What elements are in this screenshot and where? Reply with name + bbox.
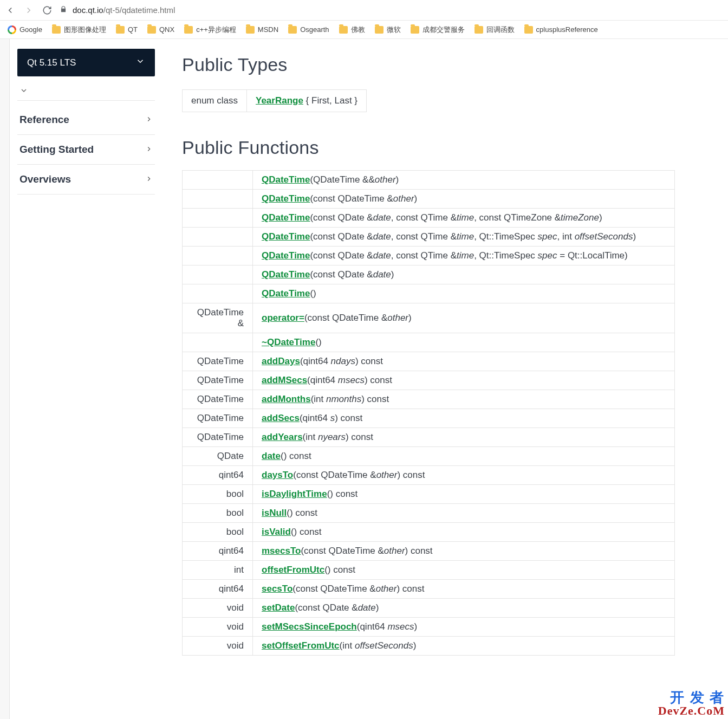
parameter-name: nyears xyxy=(318,432,346,442)
yearrange-link[interactable]: YearRange xyxy=(256,95,303,106)
parameter-name: time xyxy=(457,231,474,242)
bookmark-item[interactable]: 微软 xyxy=(375,25,401,35)
function-link[interactable]: addSecs xyxy=(262,413,300,423)
bookmark-item[interactable]: cplusplusReference xyxy=(524,25,598,34)
folder-icon xyxy=(184,26,193,34)
bookmark-item[interactable]: 佛教 xyxy=(339,25,365,35)
table-row: qint64msecsTo(const QDateTime &other) co… xyxy=(183,542,675,561)
table-row: QDateTimeaddYears(int nyears) const xyxy=(183,428,675,447)
function-signature: date() const xyxy=(253,447,675,466)
function-signature: QDateTime(const QDate &date, const QTime… xyxy=(253,247,675,265)
table-row: QDateTime(const QDateTime &other) xyxy=(183,190,675,209)
folder-icon xyxy=(288,26,297,34)
function-link[interactable]: secsTo xyxy=(262,584,292,594)
function-link[interactable]: setDate xyxy=(262,603,295,613)
bookmark-item[interactable]: 回调函数 xyxy=(474,25,515,35)
bookmark-item[interactable]: Google xyxy=(8,25,42,34)
return-type: qint64 xyxy=(183,542,253,561)
bookmark-item[interactable]: MSDN xyxy=(246,25,278,34)
sidebar-item-label: Overviews xyxy=(20,173,71,185)
public-types-heading: Public Types xyxy=(182,54,728,75)
function-signature: addDays(qint64 ndays) const xyxy=(253,352,675,371)
table-row: qint64daysTo(const QDateTime &other) con… xyxy=(183,466,675,485)
return-type: QDateTime xyxy=(183,371,253,390)
parameter-name: other xyxy=(387,313,408,323)
table-row: QDatedate() const xyxy=(183,447,675,466)
function-link[interactable]: QDateTime xyxy=(262,288,310,299)
function-link[interactable]: daysTo xyxy=(262,470,293,480)
function-link[interactable]: QDateTime xyxy=(262,250,310,261)
function-link[interactable]: date xyxy=(262,451,281,461)
table-row: voidsetMSecsSinceEpoch(qint64 msecs) xyxy=(183,618,675,637)
public-functions-table: QDateTime(QDateTime &&other)QDateTime(co… xyxy=(182,170,675,656)
parameter-name: msecs xyxy=(387,621,414,632)
function-link[interactable]: addMonths xyxy=(262,394,311,404)
chevron-right-icon xyxy=(145,114,153,126)
table-row: qint64secsTo(const QDateTime &other) con… xyxy=(183,580,675,599)
function-link[interactable]: setOffsetFromUtc xyxy=(262,640,340,651)
bookmark-item[interactable]: 图形图像处理 xyxy=(52,25,106,35)
sidebar-collapse-toggle[interactable] xyxy=(17,81,155,101)
reload-button[interactable] xyxy=(41,4,53,16)
return-type: bool xyxy=(183,485,253,504)
table-row: QDateTimeaddSecs(qint64 s) const xyxy=(183,409,675,428)
version-dropdown[interactable]: Qt 5.15 LTS xyxy=(17,49,155,76)
function-link[interactable]: QDateTime xyxy=(262,193,310,204)
function-link[interactable]: addYears xyxy=(262,432,303,442)
function-signature: QDateTime() xyxy=(253,284,675,303)
function-link[interactable]: isValid xyxy=(262,527,291,537)
return-type: int xyxy=(183,561,253,580)
function-link[interactable]: isNull xyxy=(262,508,287,518)
parameter-name: s xyxy=(330,413,335,423)
type-kind: enum class xyxy=(183,90,247,112)
function-link[interactable]: offsetFromUtc xyxy=(262,565,324,575)
forward-button[interactable] xyxy=(23,4,35,16)
table-row: QDateTime(const QDate &date) xyxy=(183,265,675,284)
function-link[interactable]: QDateTime xyxy=(262,174,310,185)
function-link[interactable]: ~QDateTime xyxy=(262,337,315,347)
function-link[interactable]: QDateTime xyxy=(262,269,310,280)
function-signature: QDateTime(const QDate &date, const QTime… xyxy=(253,209,675,228)
function-signature: addMSecs(qint64 msecs) const xyxy=(253,371,675,390)
bookmark-item[interactable]: 成都交警服务 xyxy=(411,25,465,35)
parameter-name: date xyxy=(373,212,391,223)
bookmark-label: Google xyxy=(20,25,42,34)
version-label: Qt 5.15 LTS xyxy=(27,57,76,68)
bookmark-item[interactable]: QNX xyxy=(147,25,174,34)
table-row: QDateTime(const QDate &date, const QTime… xyxy=(183,209,675,228)
parameter-name: date xyxy=(358,603,376,613)
sidebar-item[interactable]: Reference xyxy=(17,105,155,135)
function-link[interactable]: isDaylightTime xyxy=(262,489,327,499)
folder-icon xyxy=(411,26,419,34)
folder-icon xyxy=(339,26,348,34)
folder-icon xyxy=(375,26,384,34)
function-signature: QDateTime(const QDate &date) xyxy=(253,265,675,284)
bookmark-item[interactable]: Osgearth xyxy=(288,25,329,34)
folder-icon xyxy=(474,26,483,34)
bookmark-item[interactable]: QT xyxy=(116,25,138,34)
parameter-name: time xyxy=(457,212,474,223)
return-type: qint64 xyxy=(183,580,253,599)
function-link[interactable]: operator= xyxy=(262,313,304,323)
function-link[interactable]: addDays xyxy=(262,356,300,366)
function-signature: msecsTo(const QDateTime &other) const xyxy=(253,542,675,561)
parameter-name: timeZone xyxy=(561,212,599,223)
sidebar-item-label: Reference xyxy=(20,114,69,126)
sidebar-item[interactable]: Overviews xyxy=(17,165,155,195)
function-link[interactable]: QDateTime xyxy=(262,231,310,242)
function-link[interactable]: msecsTo xyxy=(262,546,301,556)
address-bar[interactable]: doc.qt.io/qt-5/qdatetime.html xyxy=(60,5,724,15)
return-type xyxy=(183,190,253,209)
scrollbar[interactable] xyxy=(0,39,10,719)
bookmark-label: 回调函数 xyxy=(486,25,515,35)
back-button[interactable] xyxy=(4,4,16,16)
sidebar-item[interactable]: Getting Started xyxy=(17,135,155,165)
url-text: doc.qt.io/qt-5/qdatetime.html xyxy=(73,5,175,15)
function-link[interactable]: addMSecs xyxy=(262,375,307,385)
bookmark-item[interactable]: c++异步编程 xyxy=(184,25,236,35)
function-link[interactable]: QDateTime xyxy=(262,212,310,223)
function-link[interactable]: setMSecsSinceEpoch xyxy=(262,621,357,632)
bookmark-label: c++异步编程 xyxy=(196,25,236,35)
chevron-down-icon xyxy=(135,56,145,69)
bookmark-label: 微软 xyxy=(387,25,401,35)
